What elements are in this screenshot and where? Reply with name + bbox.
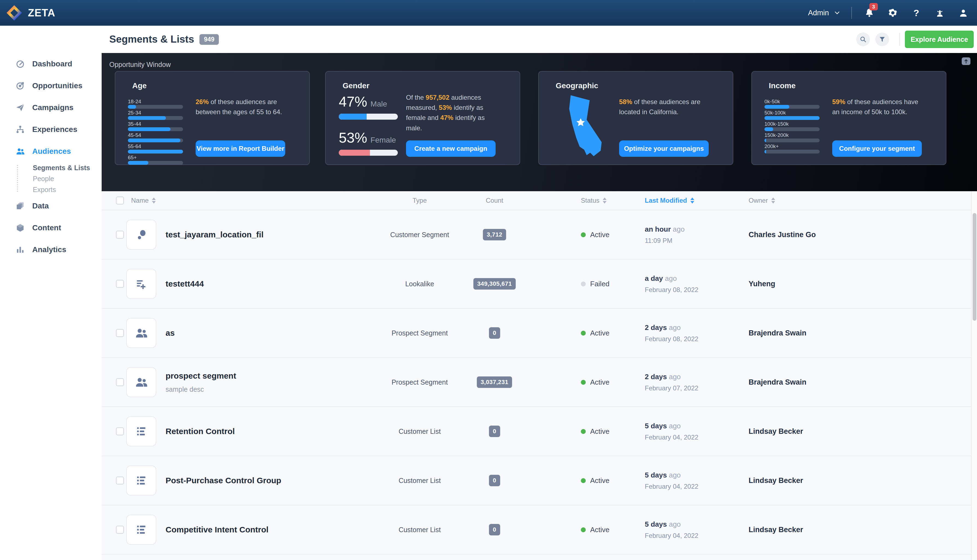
female-stat: 53%Female	[339, 130, 398, 156]
explore-audience-button[interactable]: Explore Audience	[905, 31, 974, 48]
sidebar-item-audiences[interactable]: Audiences	[0, 140, 102, 162]
status-cell: Active	[581, 230, 610, 239]
age-insight-text: 26% of these audiences are between the a…	[196, 97, 283, 117]
configure-segment-button[interactable]: Configure your segment	[832, 140, 922, 157]
column-header-name[interactable]: Name	[131, 197, 156, 204]
status-cell: Active	[581, 526, 610, 534]
column-header-owner[interactable]: Owner	[749, 197, 775, 204]
sidebar-item-opportunities[interactable]: Opportunities	[0, 75, 102, 97]
income-card-title: Income	[769, 82, 795, 90]
admin-menu-label: Admin	[808, 9, 829, 17]
last-modified-cell: 2 days ago February 08, 2022	[645, 323, 699, 343]
search-button[interactable]	[856, 33, 870, 46]
status-dot	[581, 478, 586, 483]
row-checkbox[interactable]	[116, 378, 124, 386]
segment-name-block: testett444	[165, 279, 204, 288]
row-checkbox[interactable]	[116, 230, 124, 239]
table-row[interactable]: Competitive Intent Control Customer List…	[102, 505, 977, 555]
segment-type: Customer List	[398, 526, 441, 534]
segment-type: Customer List	[398, 477, 441, 485]
admin-menu[interactable]: Admin	[808, 9, 840, 17]
segment-type: Prospect Segment	[392, 378, 448, 386]
segments-table: NameTypeCountStatusLast ModifiedOwner te…	[102, 191, 977, 560]
bar-row: 50k-100k	[764, 110, 820, 120]
bar-row: 100k-150k	[764, 121, 820, 131]
row-checkbox[interactable]	[116, 280, 124, 288]
sidebar-subitem-segments-lists[interactable]: Segments & Lists	[33, 162, 102, 173]
last-modified-detail: February 07, 2022	[645, 384, 699, 392]
sidebar-item-dashboard[interactable]: Dashboard	[0, 53, 102, 75]
segment-type: Customer Segment	[390, 231, 449, 239]
last-modified-detail: 11:09 PM	[645, 237, 685, 245]
bar-row: 25-34	[128, 110, 183, 120]
count-badge: 0	[489, 327, 500, 339]
age-card: Age 18-24 25-34 35-44 45-54 55-64 65+ 26…	[115, 71, 310, 165]
row-checkbox[interactable]	[116, 526, 124, 534]
notifications-button[interactable]: 3	[864, 7, 875, 19]
table-row[interactable]: prospect segment sample desc Prospect Se…	[102, 358, 977, 407]
table-row[interactable]: Retention Control Customer List 0 Active…	[102, 407, 977, 456]
select-all-checkbox[interactable]	[116, 197, 124, 205]
last-modified-cell: 5 days ago February 04, 2022	[645, 520, 699, 540]
owner-name: Charles Justine Go	[749, 230, 816, 239]
table-row[interactable]: Post-Purchase Control Group Customer Lis…	[102, 456, 977, 505]
row-checkbox[interactable]	[116, 427, 124, 435]
row-checkbox[interactable]	[116, 477, 124, 485]
optimize-campaigns-button[interactable]: Optimize your campaigns	[619, 140, 709, 157]
collapse-up-icon	[963, 58, 969, 65]
settings-button[interactable]	[887, 7, 899, 19]
last-modified-detail: February 04, 2022	[645, 483, 699, 490]
filter-button[interactable]	[875, 33, 889, 46]
collapse-panel-button[interactable]	[962, 57, 970, 65]
owner-name: Lindsay Becker	[749, 427, 803, 436]
column-header-last-modified[interactable]: Last Modified	[645, 197, 694, 204]
sidebar-item-content[interactable]: Content	[0, 217, 102, 239]
column-header-status[interactable]: Status	[581, 197, 607, 204]
status-cell: Active	[581, 427, 610, 436]
zeta-logo-icon	[7, 5, 22, 20]
last-modified-cell: 5 days ago February 04, 2022	[645, 422, 699, 441]
segment-type: Lookalike	[405, 280, 434, 288]
bar-row: 18-24	[128, 99, 183, 109]
segment-name: test_jayaram_location_fil	[165, 230, 263, 239]
view-report-builder-button[interactable]: View more in Report Builder	[196, 140, 285, 157]
table-row[interactable]: testett444 Lookalike 349,305,671 Failed …	[102, 260, 977, 309]
sidebar-item-campaigns[interactable]: Campaigns	[0, 97, 102, 118]
bar-row: 35-44	[128, 121, 183, 131]
sidebar-subitem-people[interactable]: People	[33, 173, 102, 184]
nav-divider	[851, 7, 852, 19]
status-dot	[581, 429, 586, 434]
brand[interactable]: ZETA	[0, 5, 55, 20]
gender-card-title: Gender	[343, 82, 369, 90]
list-icon	[126, 465, 156, 495]
table-row[interactable]: as Prospect Segment 0 Active 2 days ago …	[102, 309, 977, 358]
bar-row: 45-54	[128, 132, 183, 142]
count-badge: 0	[489, 524, 500, 535]
column-header-type: Type	[413, 197, 427, 204]
chevron-down-icon	[834, 10, 840, 16]
user-profile-button[interactable]	[957, 7, 969, 19]
total-count-badge: 949	[200, 34, 218, 45]
filter-icon	[879, 35, 886, 43]
sort-icon	[771, 198, 775, 203]
table-row[interactable]: test_jayaram_location_fil Customer Segme…	[102, 210, 977, 260]
help-button[interactable]: ?	[910, 7, 922, 19]
sort-icon	[152, 198, 156, 203]
create-campaign-button[interactable]: Create a new campaign	[406, 140, 495, 157]
scrollbar-thumb[interactable]	[973, 213, 977, 321]
people-icon	[15, 147, 25, 156]
scrollbar-track[interactable]	[971, 191, 977, 560]
gauge-icon	[15, 59, 25, 69]
sidebar-item-data[interactable]: Data	[0, 195, 102, 217]
sidebar-item-analytics[interactable]: Analytics	[0, 239, 102, 261]
admin-profile-button[interactable]	[934, 7, 946, 19]
bar-row: 55-64	[128, 144, 183, 153]
last-modified-detail: February 08, 2022	[645, 335, 699, 343]
scatter-icon	[126, 220, 156, 250]
sidebar-subitem-exports[interactable]: Exports	[33, 184, 102, 195]
last-modified-detail: February 04, 2022	[645, 532, 699, 540]
sidebar-item-experiences[interactable]: Experiences	[0, 118, 102, 140]
row-checkbox[interactable]	[116, 329, 124, 337]
bar-chart-icon	[15, 245, 25, 255]
last-modified-cell: an hour ago 11:09 PM	[645, 225, 685, 245]
